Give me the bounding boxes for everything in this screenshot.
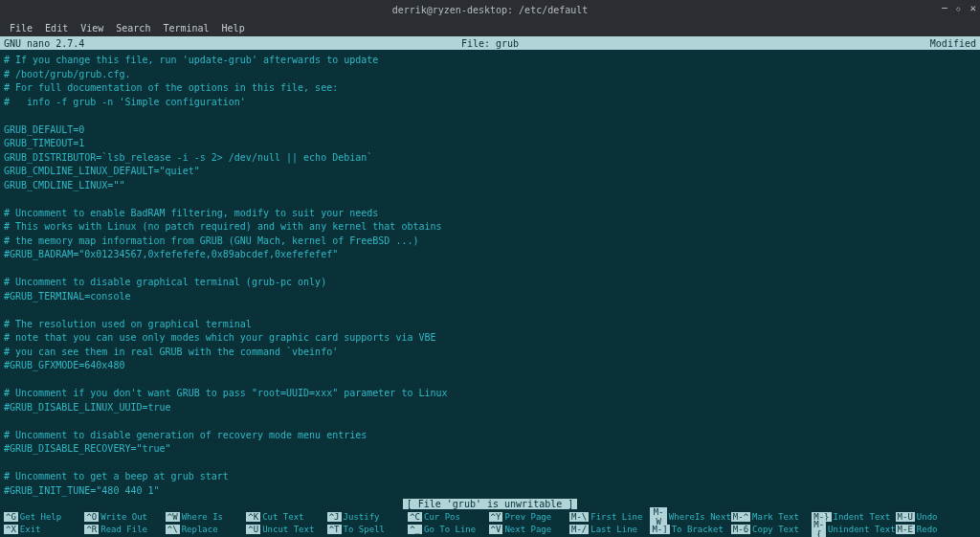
shortcut-key: M-\ — [569, 512, 589, 522]
shortcut-column: M-\First LineM-/Last Line — [569, 510, 650, 535]
shortcut-column: ^KCut Text^UUncut Text — [246, 510, 326, 535]
shortcut-item: ^WWhere Is — [166, 510, 246, 523]
shortcut-item: M-\First Line — [569, 510, 650, 523]
shortcut-key: M-/ — [569, 525, 589, 534]
shortcut-label: Get Help — [20, 512, 61, 522]
shortcut-column: ^JJustify^TTo Spell — [327, 510, 408, 535]
shortcut-item: ^RRead File — [84, 523, 165, 535]
shortcut-label: Write Out — [100, 512, 147, 522]
shortcut-column: ^WWhere Is^\Replace — [166, 510, 246, 535]
shortcut-key: M-E — [896, 525, 915, 534]
status-badge: [ File 'grub' is unwritable ] — [403, 499, 578, 509]
shortcut-label: Uncut Text — [262, 525, 314, 534]
shortcut-item: ^VNext Page — [489, 523, 569, 535]
shortcut-key: M-{ — [812, 520, 826, 538]
shortcut-label: Next Page — [504, 525, 551, 534]
shortcut-item: M-WWhereIs Next — [650, 510, 730, 523]
nano-version: GNU nano 2.7.4 — [4, 38, 84, 49]
window-titlebar: derrik@ryzen-desktop: /etc/default − ⬦ ✕ — [0, 0, 980, 19]
shortcut-item: M-6Copy Text — [731, 523, 812, 535]
shortcut-label: Indent Text — [834, 512, 891, 522]
shortcut-column: ^YPrev Page^VNext Page — [489, 510, 569, 535]
menu-help[interactable]: Help — [216, 21, 251, 35]
shortcut-label: Justify — [344, 512, 380, 522]
shortcut-key: M-] — [650, 525, 669, 534]
menu-terminal[interactable]: Terminal — [157, 21, 214, 35]
shortcut-item: M-UUndo — [896, 510, 976, 523]
minimize-icon[interactable]: − — [942, 2, 948, 14]
nano-header: GNU nano 2.7.4 File: grub Modified — [0, 36, 980, 50]
shortcut-column: ^GGet Help^XExit — [4, 510, 84, 535]
shortcut-label: Last Line — [590, 525, 637, 534]
menubar: File Edit View Search Terminal Help — [0, 19, 980, 36]
shortcut-label: Copy Text — [752, 525, 799, 534]
shortcut-key: ^O — [84, 512, 99, 522]
shortcut-key: ^\ — [166, 525, 180, 534]
shortcut-label: Redo — [917, 525, 938, 534]
shortcuts-bar: ^GGet Help^XExit^OWrite Out^RRead File^W… — [0, 510, 980, 535]
shortcut-label: Where Is — [182, 512, 223, 522]
shortcut-label: Unindent Text — [828, 525, 895, 534]
shortcut-label: Read File — [100, 525, 147, 534]
shortcut-key: M-U — [896, 512, 915, 522]
shortcut-key: ^_ — [408, 525, 422, 534]
shortcut-column: M-WWhereIs NextM-]To Bracket — [650, 510, 730, 535]
shortcut-label: First Line — [590, 512, 642, 522]
editor-content[interactable]: # If you change this file, run 'update-g… — [0, 50, 980, 502]
shortcut-label: Cur Pos — [424, 512, 460, 522]
shortcut-item: ^\Replace — [166, 523, 246, 535]
shortcut-column: ^CCur Pos^_Go To Line — [408, 510, 488, 535]
shortcut-key: ^J — [327, 512, 342, 522]
shortcut-label: Prev Page — [504, 512, 551, 522]
shortcut-item: M-]To Bracket — [650, 523, 730, 535]
shortcut-item: M-/Last Line — [569, 523, 650, 535]
window-controls: − ⬦ ✕ — [942, 2, 976, 14]
shortcut-item: M-^Mark Text — [731, 510, 812, 523]
shortcut-key: ^Y — [489, 512, 503, 522]
shortcut-key: ^R — [84, 525, 99, 534]
shortcut-key: ^U — [246, 525, 260, 534]
shortcut-label: Cut Text — [262, 512, 303, 522]
shortcut-key: ^W — [166, 512, 180, 522]
shortcut-item: ^OWrite Out — [84, 510, 165, 523]
shortcut-column: M-^Mark TextM-6Copy Text — [731, 510, 812, 535]
shortcut-key: ^X — [4, 525, 18, 534]
shortcut-label: To Bracket — [672, 525, 724, 534]
shortcut-label: Replace — [182, 525, 218, 534]
shortcut-item: ^KCut Text — [246, 510, 326, 523]
shortcut-key: ^T — [327, 525, 342, 534]
shortcut-item: ^TTo Spell — [327, 523, 408, 535]
menu-file[interactable]: File — [4, 21, 38, 35]
shortcut-key: ^V — [489, 525, 503, 534]
shortcut-item: ^UUncut Text — [246, 523, 326, 535]
shortcut-item: M-ERedo — [896, 523, 976, 535]
close-icon[interactable]: ✕ — [969, 2, 976, 14]
shortcut-column: M-UUndoM-ERedo — [896, 510, 976, 535]
window-title: derrik@ryzen-desktop: /etc/default — [392, 5, 589, 15]
status-line: [ File 'grub' is unwritable ] — [0, 498, 980, 510]
shortcut-key: M-6 — [731, 525, 750, 534]
shortcut-item: ^GGet Help — [4, 510, 84, 523]
shortcut-label: Go To Line — [424, 525, 476, 534]
menu-search[interactable]: Search — [110, 21, 156, 35]
shortcut-item: ^_Go To Line — [408, 523, 488, 535]
shortcut-label: To Spell — [344, 525, 385, 534]
shortcut-label: Undo — [917, 512, 938, 522]
maximize-icon[interactable]: ⬦ — [955, 2, 962, 14]
shortcut-key: ^C — [408, 512, 422, 522]
shortcut-column: ^OWrite Out^RRead File — [84, 510, 165, 535]
shortcut-item: M-{Unindent Text — [812, 523, 895, 535]
shortcut-item: ^JJustify — [327, 510, 408, 523]
shortcut-key: ^K — [246, 512, 260, 522]
shortcut-column: M-}Indent TextM-{Unindent Text — [812, 510, 895, 535]
shortcut-item: ^CCur Pos — [408, 510, 488, 523]
menu-view[interactable]: View — [75, 21, 109, 35]
nano-modified: Modified — [930, 38, 976, 49]
shortcut-item: ^XExit — [4, 523, 84, 535]
menu-edit[interactable]: Edit — [39, 21, 74, 35]
shortcut-label: Exit — [20, 525, 41, 534]
nano-file-label: File: grub — [461, 38, 519, 49]
shortcut-label: Mark Text — [752, 512, 799, 522]
shortcut-key: M-^ — [731, 512, 750, 522]
shortcut-key: ^G — [4, 512, 18, 522]
